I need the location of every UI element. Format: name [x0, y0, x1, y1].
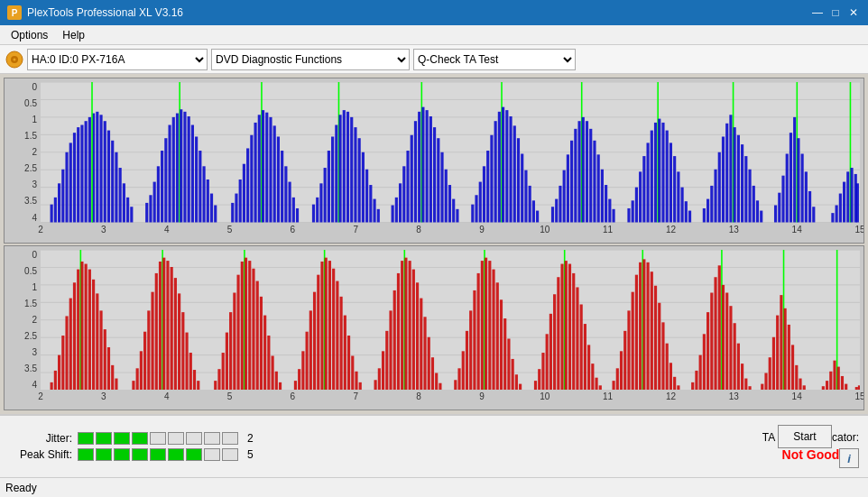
svg-rect-72 — [292, 198, 295, 223]
svg-rect-228 — [96, 293, 98, 390]
svg-rect-392 — [788, 324, 790, 390]
ta-quality-value: Not Good — [782, 447, 840, 462]
jitter-bar-4 — [132, 432, 148, 445]
svg-rect-344 — [587, 345, 590, 390]
svg-rect-367 — [691, 382, 694, 390]
function-selector[interactable]: DVD Diagnostic Functions — [211, 49, 410, 70]
svg-rect-276 — [309, 310, 312, 390]
info-button[interactable]: i — [839, 448, 859, 468]
svg-rect-173 — [725, 124, 728, 223]
svg-rect-395 — [799, 378, 801, 390]
svg-rect-145 — [601, 170, 604, 223]
svg-rect-37 — [153, 182, 156, 223]
metrics-left: Jitter: 2 Peak Shift: — [9, 432, 726, 461]
svg-rect-324 — [503, 318, 506, 390]
svg-rect-184 — [774, 205, 777, 222]
svg-rect-104 — [429, 116, 432, 222]
svg-rect-306 — [428, 336, 430, 390]
svg-rect-102 — [421, 107, 424, 223]
svg-rect-35 — [145, 203, 148, 223]
minimize-button[interactable]: — — [810, 5, 825, 20]
svg-rect-89 — [365, 170, 368, 223]
svg-rect-297 — [397, 272, 400, 390]
svg-rect-143 — [593, 141, 596, 223]
svg-rect-48 — [191, 125, 194, 223]
svg-rect-259 — [236, 274, 239, 390]
close-button[interactable]: ✕ — [846, 5, 861, 20]
bottom-chart-y-axis: 4 3.5 3 2.5 2 1.5 1 0.5 0 — [6, 250, 39, 391]
svg-rect-77 — [324, 168, 327, 222]
svg-rect-323 — [500, 299, 503, 390]
svg-rect-296 — [393, 290, 396, 390]
svg-rect-220 — [69, 298, 72, 390]
app-icon: P — [7, 5, 22, 20]
svg-rect-246 — [174, 278, 177, 390]
bottom-panel: Jitter: 2 Peak Shift: — [0, 414, 868, 477]
svg-rect-188 — [790, 133, 792, 222]
svg-rect-56 — [235, 194, 237, 223]
jitter-bar-3 — [114, 432, 130, 445]
svg-rect-34 — [130, 207, 133, 222]
svg-rect-274 — [301, 351, 304, 390]
menu-help[interactable]: Help — [55, 27, 92, 43]
svg-rect-245 — [171, 267, 173, 390]
svg-rect-127 — [524, 170, 527, 223]
svg-rect-243 — [162, 257, 165, 390]
svg-rect-29 — [111, 141, 114, 223]
svg-rect-378 — [729, 306, 732, 390]
svg-rect-403 — [841, 375, 844, 390]
svg-rect-85 — [350, 117, 353, 223]
jitter-bar-8 — [204, 432, 220, 445]
svg-rect-17 — [69, 143, 72, 222]
svg-rect-406 — [858, 385, 860, 390]
test-selector[interactable]: Q-Check TA Test — [413, 49, 576, 70]
drive-selector[interactable]: HA:0 ID:0 PX-716A — [27, 49, 208, 70]
svg-rect-136 — [570, 141, 573, 223]
svg-rect-199 — [843, 182, 845, 223]
maximize-button[interactable]: □ — [828, 5, 843, 20]
svg-rect-361 — [658, 302, 660, 390]
svg-rect-43 — [176, 114, 179, 223]
peak-bar-5 — [150, 448, 166, 461]
svg-rect-349 — [616, 368, 619, 390]
svg-rect-74 — [312, 205, 315, 223]
svg-rect-267 — [263, 315, 266, 390]
svg-rect-316 — [477, 272, 480, 390]
svg-rect-233 — [115, 378, 117, 390]
svg-rect-262 — [245, 257, 247, 390]
svg-rect-302 — [412, 269, 415, 390]
svg-rect-295 — [389, 310, 392, 390]
svg-rect-333 — [549, 313, 552, 390]
svg-rect-393 — [791, 345, 794, 390]
svg-rect-322 — [496, 282, 499, 390]
svg-rect-235 — [136, 368, 139, 390]
svg-rect-265 — [256, 281, 259, 390]
svg-rect-304 — [420, 298, 422, 390]
svg-rect-79 — [331, 136, 334, 222]
svg-rect-341 — [576, 287, 578, 390]
svg-rect-195 — [812, 207, 815, 222]
svg-rect-374 — [718, 265, 721, 390]
svg-rect-115 — [483, 166, 485, 222]
menu-options[interactable]: Options — [4, 27, 55, 43]
svg-rect-285 — [340, 296, 343, 390]
svg-rect-359 — [651, 272, 653, 390]
svg-rect-315 — [473, 290, 476, 390]
svg-rect-314 — [469, 310, 472, 390]
svg-rect-224 — [80, 261, 83, 390]
svg-rect-131 — [551, 207, 554, 222]
svg-rect-288 — [351, 355, 354, 390]
jitter-bar-1 — [78, 432, 94, 445]
peak-bar-9 — [222, 448, 238, 461]
svg-rect-394 — [795, 364, 798, 390]
svg-rect-155 — [651, 131, 653, 223]
svg-rect-327 — [515, 374, 518, 390]
jitter-bars — [78, 432, 238, 445]
svg-rect-116 — [486, 151, 489, 222]
svg-rect-27 — [104, 121, 106, 222]
svg-rect-119 — [498, 112, 501, 223]
svg-rect-254 — [217, 369, 220, 390]
svg-rect-135 — [567, 154, 569, 222]
svg-rect-42 — [172, 117, 175, 223]
start-button[interactable]: Start — [778, 425, 832, 448]
